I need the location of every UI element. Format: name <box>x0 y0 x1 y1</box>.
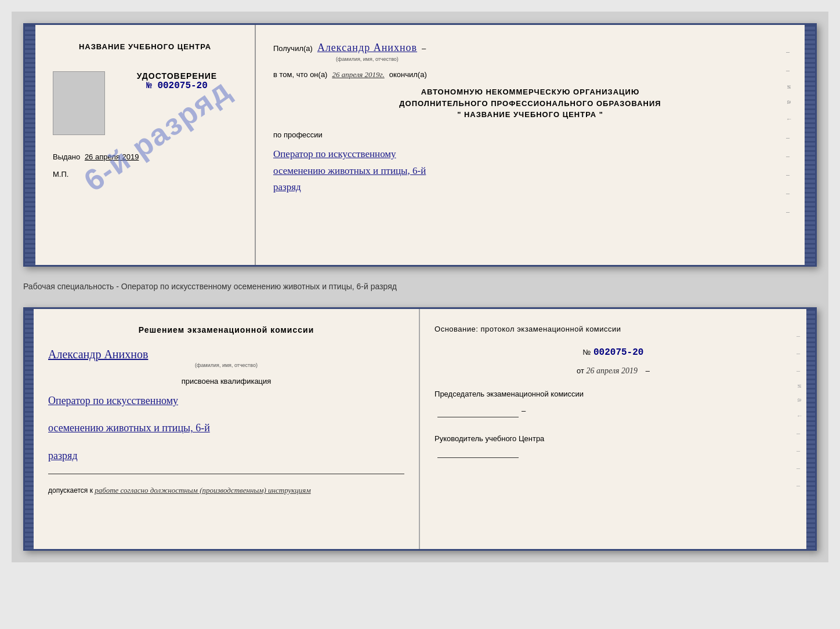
udost-title: УДОСТОВЕРЕНИЕ <box>111 71 243 81</box>
okonchil-label: окончил(а) <box>389 70 427 79</box>
qual-profession-block: Оператор по искусственному осеменению жи… <box>48 391 404 465</box>
qual-spine-left <box>25 309 34 549</box>
vydano-label: Выдано <box>53 152 80 161</box>
rukovoditel-label: Руководитель учебного Центра <box>435 432 792 445</box>
profession-block: Оператор по искусственному осеменению жи… <box>273 146 787 197</box>
number-prefix: № <box>583 348 591 357</box>
rukovoditel-block: Руководитель учебного Центра <box>435 432 792 462</box>
predsedatel-block: Председатель экзаменационной комиссии – <box>435 387 792 417</box>
qual-date-block: от 26 апреля 2019 – <box>435 366 792 376</box>
udostoverenie-block: УДОСТОВЕРЕНИЕ № 002075-20 <box>111 71 243 91</box>
predsedatel-label: Председатель экзаменационной комиссии <box>435 387 792 401</box>
underline1 <box>48 474 404 474</box>
qual-person-sub: (фамилия, имя, отчество) <box>48 362 404 368</box>
qual-line1: Оператор по искусственному <box>48 391 404 410</box>
osnovanie-title: Основание: протокол экзаменационной коми… <box>435 323 792 336</box>
profession-line1: Оператор по искусственному <box>273 146 787 163</box>
right-edge-marks: – – и а ← – – – – – <box>786 48 793 215</box>
photo-placeholder <box>53 71 105 135</box>
predsedatel-line: – <box>435 404 792 417</box>
qualification-book: Решением экзаменационной комиссии Алекса… <box>23 307 817 551</box>
ot-date: 26 апреля 2019 <box>586 366 638 375</box>
ot-label: от <box>577 366 584 375</box>
qual-line2: осеменению животных и птицы, 6-й <box>48 419 404 437</box>
page-wrapper: НАЗВАНИЕ УЧЕБНОГО ЦЕНТРА УДОСТОВЕРЕНИЕ №… <box>12 12 828 562</box>
udost-number: № 002075-20 <box>111 81 243 91</box>
subtitle-text: Рабочая специальность - Оператор по иску… <box>23 278 817 296</box>
profession-line3: разряд <box>273 179 787 196</box>
qual-number-value: 002075-20 <box>593 347 643 358</box>
cert-right-page: Получил(а) Александр Анихнов (фамилия, и… <box>256 25 805 265</box>
mp-line: М.П. <box>53 170 68 179</box>
dash-right: – <box>646 366 650 375</box>
dopuskaetsya-block: допускается к работе согласно должностны… <box>48 486 404 495</box>
vydano-date: 26 апреля 2019 <box>85 152 139 161</box>
prisvoena-label: присвоена квалификация <box>48 377 404 386</box>
rukovoditel-signature-line <box>437 457 519 458</box>
qual-number-block: № 002075-20 <box>435 347 792 358</box>
vtom-row: в том, что он(а) 26 апреля 2019г. окончи… <box>273 70 787 79</box>
org-line2: ДОПОЛНИТЕЛЬНОГО ПРОФЕССИОНАЛЬНОГО ОБРАЗО… <box>273 98 787 110</box>
qual-line3: разряд <box>48 446 404 465</box>
po-professii-label: по профессии <box>273 130 787 139</box>
resheniem-title: Решением экзаменационной комиссии <box>48 323 404 336</box>
poluchil-label: Получил(а) <box>273 43 313 55</box>
predsedatel-signature-line <box>437 417 519 417</box>
dash-predsedatel: – <box>522 404 526 417</box>
recipient-name: Александр Анихнов <box>317 42 417 53</box>
org-line1: АВТОНОМНУЮ НЕКОММЕРЧЕСКУЮ ОРГАНИЗАЦИЮ <box>273 86 787 98</box>
org-line3: " НАЗВАНИЕ УЧЕБНОГО ЦЕНТРА " <box>273 109 787 121</box>
qual-left-page: Решением экзаменационной комиссии Алекса… <box>34 309 420 549</box>
qual-name-block: Александр Анихнов (фамилия, имя, отчеств… <box>48 348 404 368</box>
org-block: АВТОНОМНУЮ НЕКОММЕРЧЕСКУЮ ОРГАНИЗАЦИЮ ДО… <box>273 86 787 121</box>
date-value: 26 апреля 2019г. <box>332 70 384 79</box>
book-spine-right <box>805 25 815 265</box>
qual-person-name: Александр Анихнов <box>48 348 404 361</box>
dash1: – <box>422 43 426 55</box>
poluchil-row: Получил(а) Александр Анихнов (фамилия, и… <box>273 39 787 63</box>
vydano-line: Выдано 26 апреля 2019 <box>53 152 139 161</box>
dopuskaetsya-label: допускается к <box>48 486 93 495</box>
cert-left-page: НАЗВАНИЕ УЧЕБНОГО ЦЕНТРА УДОСТОВЕРЕНИЕ №… <box>35 25 256 265</box>
profession-line2: осеменению животных и птицы, 6-й <box>273 163 787 180</box>
rukovoditel-line <box>435 449 792 462</box>
qual-spine-right <box>806 309 815 549</box>
recipient-sub: (фамилия, имя, отчество) <box>317 55 417 63</box>
vtom-label: в том, что он(а) <box>273 70 327 79</box>
qual-right-page: Основание: протокол экзаменационной коми… <box>420 309 806 549</box>
certificate-book: НАЗВАНИЕ УЧЕБНОГО ЦЕНТРА УДОСТОВЕРЕНИЕ №… <box>23 23 817 267</box>
book-spine-left <box>25 25 35 265</box>
work-text: работе согласно должностным (производств… <box>95 486 310 495</box>
right-edge-marks2: – – – и а ← – – – – <box>796 332 803 489</box>
cert-left-title: НАЗВАНИЕ УЧЕБНОГО ЦЕНТРА <box>79 42 211 51</box>
